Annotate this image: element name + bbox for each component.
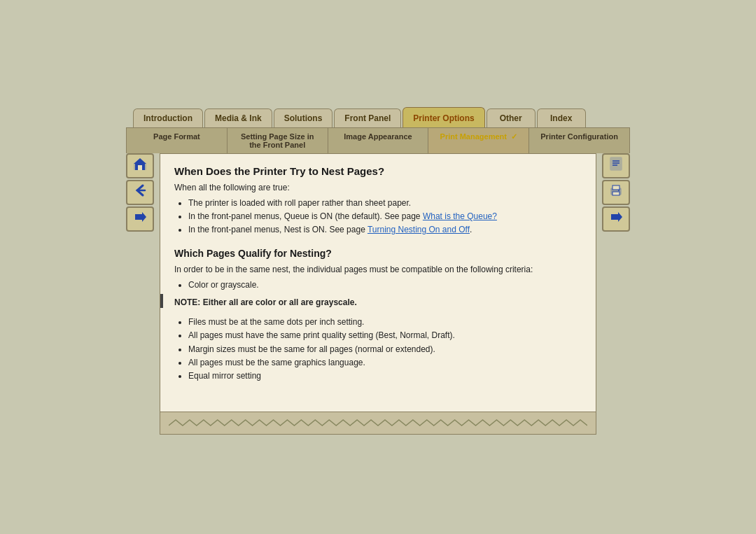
tab-solutions[interactable]: Solutions xyxy=(274,108,333,127)
right-print-button[interactable] xyxy=(602,180,630,205)
right-forward-button[interactable] xyxy=(602,206,630,232)
subtab-image-appearance[interactable]: Image Appearance xyxy=(328,128,429,153)
svg-rect-4 xyxy=(610,157,622,170)
zigzag-bar xyxy=(169,419,587,427)
bullet-1-1: The printer is loaded with roll paper ra… xyxy=(188,197,582,210)
svg-point-11 xyxy=(618,190,620,191)
forward-left-button[interactable] xyxy=(126,206,154,232)
svg-rect-9 xyxy=(612,185,620,190)
right-forward-icon xyxy=(608,209,624,228)
print-management-checkmark: ✓ xyxy=(509,132,517,141)
tab-printer-options[interactable]: Printer Options xyxy=(402,107,484,127)
content-with-nav: When Does the Printer Try to Nest Pages?… xyxy=(126,153,630,435)
print-icon xyxy=(608,183,624,202)
link-nesting[interactable]: Turning Nesting On and Off xyxy=(368,225,470,234)
bullet-1-2: In the front-panel menus, Queue is ON (t… xyxy=(188,210,582,223)
back-icon xyxy=(132,183,148,202)
bullets-list-1: The printer is loaded with roll paper ra… xyxy=(188,197,582,237)
subtab-print-management[interactable]: Print Management ✓ xyxy=(428,128,529,153)
tab-index[interactable]: Index xyxy=(537,108,586,127)
content-area: When Does the Printer Try to Nest Pages?… xyxy=(160,153,596,412)
bullets-list-3: Files must be at the same dots per inch … xyxy=(188,316,582,383)
bullet-2-1: Color or grayscale. xyxy=(188,279,582,292)
side-marker xyxy=(160,294,163,308)
svg-rect-2 xyxy=(138,165,142,170)
tab-introduction[interactable]: Introduction xyxy=(133,108,203,127)
back-button[interactable] xyxy=(126,180,154,205)
tab-other[interactable]: Other xyxy=(486,108,536,127)
main-title: When Does the Printer Try to Nest Pages? xyxy=(174,165,582,177)
tab-media-ink[interactable]: Media & Ink xyxy=(204,108,272,127)
svg-marker-12 xyxy=(611,212,622,222)
bullets-list-2: Color or grayscale. xyxy=(188,279,582,292)
home-icon xyxy=(132,156,148,175)
section2-intro: In order to be in the same nest, the ind… xyxy=(174,263,582,276)
bottom-bar xyxy=(160,412,596,435)
home-button[interactable] xyxy=(126,153,154,178)
outer-container: Introduction Media & Ink Solutions Front… xyxy=(126,107,630,435)
right-home-button[interactable] xyxy=(602,153,630,178)
subtab-row: Page Format Setting Page Size in the Fro… xyxy=(126,127,630,153)
forward-left-icon xyxy=(132,209,148,228)
left-nav xyxy=(126,153,154,435)
subtab-printer-configuration[interactable]: Printer Configuration xyxy=(529,128,629,153)
intro-text: When all the following are true: xyxy=(174,181,582,194)
tab-row: Introduction Media & Ink Solutions Front… xyxy=(126,107,630,127)
note-text: NOTE: Either all are color or all are gr… xyxy=(174,296,582,309)
link-queue[interactable]: What is the Queue? xyxy=(423,211,497,221)
section2-title: Which Pages Qualify for Nesting? xyxy=(174,248,582,259)
main-panel: When Does the Printer Try to Nest Pages?… xyxy=(160,153,596,435)
bullet-3-1: Files must be at the same dots per inch … xyxy=(188,316,582,329)
bullet-1-3: In the front-panel menus, Nest is ON. Se… xyxy=(188,223,582,237)
svg-marker-3 xyxy=(135,212,146,222)
bullet-3-3: Margin sizes must be the same for all pa… xyxy=(188,343,582,356)
bullet-3-5: Equal mirror setting xyxy=(188,370,582,383)
bullet-3-2: All pages must have the same print quali… xyxy=(188,329,582,342)
svg-rect-10 xyxy=(612,192,620,195)
subtab-setting-page-size[interactable]: Setting Page Size in the Front Panel xyxy=(227,128,328,153)
tab-front-panel[interactable]: Front Panel xyxy=(334,108,401,127)
right-nav xyxy=(602,153,630,435)
bullet-3-4: All pages must be the same graphics lang… xyxy=(188,356,582,370)
contents-icon xyxy=(608,156,624,175)
subtab-page-format[interactable]: Page Format xyxy=(127,128,227,153)
